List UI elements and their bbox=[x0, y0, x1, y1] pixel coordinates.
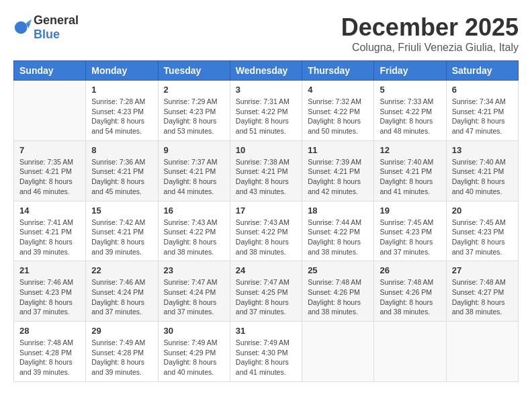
calendar-cell: 31Sunrise: 7:49 AM Sunset: 4:30 PM Dayli… bbox=[230, 322, 302, 382]
weekday-tuesday: Tuesday bbox=[158, 61, 230, 81]
calendar-cell: 21Sunrise: 7:46 AM Sunset: 4:23 PM Dayli… bbox=[14, 261, 86, 322]
day-number: 1 bbox=[91, 85, 152, 95]
day-info: Sunrise: 7:47 AM Sunset: 4:24 PM Dayligh… bbox=[164, 277, 224, 317]
day-number: 30 bbox=[164, 326, 224, 336]
calendar-cell: 18Sunrise: 7:44 AM Sunset: 4:22 PM Dayli… bbox=[302, 201, 374, 261]
day-info: Sunrise: 7:49 AM Sunset: 4:29 PM Dayligh… bbox=[164, 338, 224, 377]
calendar-cell: 16Sunrise: 7:43 AM Sunset: 4:22 PM Dayli… bbox=[158, 201, 230, 261]
day-number: 22 bbox=[91, 265, 152, 275]
calendar-cell: 29Sunrise: 7:49 AM Sunset: 4:28 PM Dayli… bbox=[86, 322, 158, 382]
weekday-thursday: Thursday bbox=[302, 61, 374, 81]
logo: General Blue bbox=[13, 13, 79, 42]
day-number: 7 bbox=[19, 145, 80, 155]
calendar-week-4: 28Sunrise: 7:48 AM Sunset: 4:28 PM Dayli… bbox=[14, 322, 519, 382]
day-info: Sunrise: 7:39 AM Sunset: 4:21 PM Dayligh… bbox=[308, 157, 368, 197]
day-info: Sunrise: 7:35 AM Sunset: 4:21 PM Dayligh… bbox=[19, 157, 80, 197]
day-info: Sunrise: 7:40 AM Sunset: 4:21 PM Dayligh… bbox=[452, 157, 513, 197]
day-info: Sunrise: 7:47 AM Sunset: 4:25 PM Dayligh… bbox=[236, 277, 296, 317]
day-info: Sunrise: 7:48 AM Sunset: 4:26 PM Dayligh… bbox=[380, 277, 440, 317]
calendar-cell: 5Sunrise: 7:33 AM Sunset: 4:22 PM Daylig… bbox=[374, 81, 446, 141]
calendar-cell: 27Sunrise: 7:48 AM Sunset: 4:27 PM Dayli… bbox=[446, 261, 518, 322]
day-info: Sunrise: 7:46 AM Sunset: 4:24 PM Dayligh… bbox=[91, 277, 152, 317]
weekday-wednesday: Wednesday bbox=[230, 61, 302, 81]
calendar-cell: 6Sunrise: 7:34 AM Sunset: 4:21 PM Daylig… bbox=[446, 81, 518, 141]
day-info: Sunrise: 7:29 AM Sunset: 4:23 PM Dayligh… bbox=[164, 97, 224, 136]
calendar-body: 1Sunrise: 7:28 AM Sunset: 4:23 PM Daylig… bbox=[14, 81, 519, 382]
day-info: Sunrise: 7:46 AM Sunset: 4:23 PM Dayligh… bbox=[19, 277, 80, 317]
day-number: 21 bbox=[19, 265, 80, 275]
day-number: 5 bbox=[380, 85, 440, 95]
day-info: Sunrise: 7:33 AM Sunset: 4:22 PM Dayligh… bbox=[380, 97, 440, 136]
day-number: 27 bbox=[452, 265, 513, 275]
calendar-cell: 24Sunrise: 7:47 AM Sunset: 4:25 PM Dayli… bbox=[230, 261, 302, 322]
day-info: Sunrise: 7:40 AM Sunset: 4:21 PM Dayligh… bbox=[380, 157, 440, 197]
calendar-cell bbox=[302, 322, 374, 382]
day-info: Sunrise: 7:49 AM Sunset: 4:30 PM Dayligh… bbox=[236, 338, 296, 377]
calendar-cell bbox=[14, 81, 86, 141]
calendar-cell: 1Sunrise: 7:28 AM Sunset: 4:23 PM Daylig… bbox=[86, 81, 158, 141]
day-info: Sunrise: 7:32 AM Sunset: 4:22 PM Dayligh… bbox=[308, 97, 368, 136]
day-number: 12 bbox=[380, 145, 440, 155]
calendar-cell: 4Sunrise: 7:32 AM Sunset: 4:22 PM Daylig… bbox=[302, 81, 374, 141]
day-number: 23 bbox=[164, 265, 224, 275]
calendar-cell: 10Sunrise: 7:38 AM Sunset: 4:21 PM Dayli… bbox=[230, 140, 302, 201]
day-info: Sunrise: 7:31 AM Sunset: 4:22 PM Dayligh… bbox=[236, 97, 296, 136]
day-info: Sunrise: 7:43 AM Sunset: 4:22 PM Dayligh… bbox=[164, 218, 224, 257]
location-title: Colugna, Friuli Venezia Giulia, Italy bbox=[341, 42, 519, 54]
day-number: 9 bbox=[164, 145, 224, 155]
day-number: 14 bbox=[19, 205, 80, 216]
calendar-cell: 25Sunrise: 7:48 AM Sunset: 4:26 PM Dayli… bbox=[302, 261, 374, 322]
day-number: 6 bbox=[452, 85, 513, 95]
day-number: 18 bbox=[308, 205, 368, 216]
day-number: 26 bbox=[380, 265, 440, 275]
day-info: Sunrise: 7:48 AM Sunset: 4:28 PM Dayligh… bbox=[19, 338, 80, 377]
weekday-saturday: Saturday bbox=[446, 61, 518, 81]
day-number: 17 bbox=[236, 205, 296, 216]
day-number: 4 bbox=[308, 85, 368, 95]
day-info: Sunrise: 7:43 AM Sunset: 4:22 PM Dayligh… bbox=[236, 218, 296, 257]
calendar-cell: 11Sunrise: 7:39 AM Sunset: 4:21 PM Dayli… bbox=[302, 140, 374, 201]
calendar-cell: 26Sunrise: 7:48 AM Sunset: 4:26 PM Dayli… bbox=[374, 261, 446, 322]
svg-point-0 bbox=[15, 21, 28, 34]
calendar-cell: 19Sunrise: 7:45 AM Sunset: 4:23 PM Dayli… bbox=[374, 201, 446, 261]
logo-icon bbox=[13, 18, 32, 37]
day-number: 13 bbox=[452, 145, 513, 155]
page-wrapper: General Blue December 2025 Colugna, Friu… bbox=[13, 13, 519, 382]
calendar-cell: 2Sunrise: 7:29 AM Sunset: 4:23 PM Daylig… bbox=[158, 81, 230, 141]
calendar-header: SundayMondayTuesdayWednesdayThursdayFrid… bbox=[14, 61, 519, 81]
calendar-cell: 15Sunrise: 7:42 AM Sunset: 4:21 PM Dayli… bbox=[86, 201, 158, 261]
calendar-cell: 12Sunrise: 7:40 AM Sunset: 4:21 PM Dayli… bbox=[374, 140, 446, 201]
logo-text: General Blue bbox=[34, 13, 79, 42]
day-info: Sunrise: 7:48 AM Sunset: 4:27 PM Dayligh… bbox=[452, 277, 513, 317]
weekday-header-row: SundayMondayTuesdayWednesdayThursdayFrid… bbox=[14, 61, 519, 81]
day-info: Sunrise: 7:38 AM Sunset: 4:21 PM Dayligh… bbox=[236, 157, 296, 197]
day-info: Sunrise: 7:41 AM Sunset: 4:21 PM Dayligh… bbox=[19, 218, 80, 257]
calendar-cell: 30Sunrise: 7:49 AM Sunset: 4:29 PM Dayli… bbox=[158, 322, 230, 382]
day-number: 8 bbox=[91, 145, 152, 155]
day-number: 28 bbox=[19, 326, 80, 336]
day-number: 29 bbox=[91, 326, 152, 336]
day-info: Sunrise: 7:42 AM Sunset: 4:21 PM Dayligh… bbox=[91, 218, 152, 257]
day-info: Sunrise: 7:48 AM Sunset: 4:26 PM Dayligh… bbox=[308, 277, 368, 317]
calendar-cell: 17Sunrise: 7:43 AM Sunset: 4:22 PM Dayli… bbox=[230, 201, 302, 261]
day-info: Sunrise: 7:44 AM Sunset: 4:22 PM Dayligh… bbox=[308, 218, 368, 257]
calendar-cell: 7Sunrise: 7:35 AM Sunset: 4:21 PM Daylig… bbox=[14, 140, 86, 201]
logo-general: General bbox=[34, 13, 79, 27]
day-number: 31 bbox=[236, 326, 296, 336]
weekday-monday: Monday bbox=[86, 61, 158, 81]
calendar-week-3: 21Sunrise: 7:46 AM Sunset: 4:23 PM Dayli… bbox=[14, 261, 519, 322]
calendar-week-2: 14Sunrise: 7:41 AM Sunset: 4:21 PM Dayli… bbox=[14, 201, 519, 261]
calendar-cell: 13Sunrise: 7:40 AM Sunset: 4:21 PM Dayli… bbox=[446, 140, 518, 201]
day-number: 11 bbox=[308, 145, 368, 155]
day-number: 3 bbox=[236, 85, 296, 95]
weekday-sunday: Sunday bbox=[14, 61, 86, 81]
calendar-week-0: 1Sunrise: 7:28 AM Sunset: 4:23 PM Daylig… bbox=[14, 81, 519, 141]
day-info: Sunrise: 7:49 AM Sunset: 4:28 PM Dayligh… bbox=[91, 338, 152, 377]
day-number: 25 bbox=[308, 265, 368, 275]
day-number: 20 bbox=[452, 205, 513, 216]
calendar-cell: 3Sunrise: 7:31 AM Sunset: 4:22 PM Daylig… bbox=[230, 81, 302, 141]
title-section: December 2025 Colugna, Friuli Venezia Gi… bbox=[341, 13, 519, 54]
day-number: 2 bbox=[164, 85, 224, 95]
month-title: December 2025 bbox=[341, 13, 519, 42]
calendar-cell: 8Sunrise: 7:36 AM Sunset: 4:21 PM Daylig… bbox=[86, 140, 158, 201]
